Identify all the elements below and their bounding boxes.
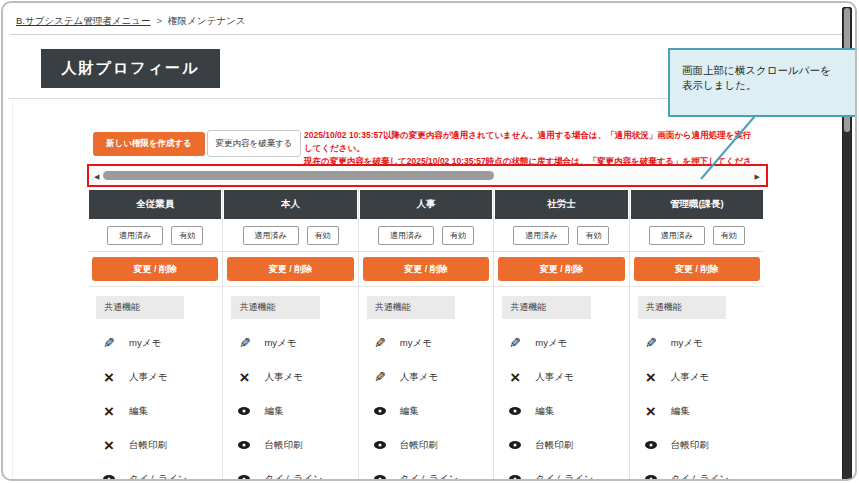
- pencil-icon: [506, 336, 524, 351]
- eye-icon: [371, 404, 389, 419]
- permission-item-label: 台帳印刷: [671, 439, 709, 452]
- permission-items: myメモ 人事メモ 編集 台帳印刷 タイムライン: [88, 319, 222, 481]
- permission-item-label: myメモ: [129, 337, 161, 350]
- create-permission-button[interactable]: 新しい権限を作成する: [93, 132, 205, 156]
- scroll-left-arrow-icon[interactable]: ◀: [94, 172, 99, 179]
- permission-items: myメモ 人事メモ 編集 台帳印刷 タイムライン: [630, 319, 764, 481]
- permission-item-label: 台帳印刷: [535, 439, 573, 452]
- permission-item: 編集: [100, 394, 222, 428]
- section-label: 共通機能: [367, 296, 455, 319]
- breadcrumb-link[interactable]: B.サブシステム管理者メニュー: [16, 15, 150, 26]
- discard-changes-button[interactable]: 変更内容を破棄する: [207, 130, 301, 157]
- permission-item-label: 編集: [671, 405, 690, 418]
- divider: [10, 34, 848, 35]
- eye-icon: [235, 404, 253, 419]
- permission-item-label: 人事メモ: [671, 371, 709, 384]
- callout-line-1: 画面上部に横スクロールバーを: [682, 63, 849, 78]
- status-badges: 適用済み 有効: [630, 219, 764, 252]
- pencil-icon: [100, 336, 118, 351]
- permission-item: 編集: [642, 394, 764, 428]
- permission-column-all-employees: 全従業員 適用済み 有効 変更 / 削除 共通機能 myメモ 人事メモ: [88, 190, 222, 481]
- permission-item-label: タイムライン: [129, 473, 187, 482]
- x-icon: [100, 404, 118, 419]
- permission-items: myメモ 人事メモ 編集 台帳印刷 タイムライン: [494, 319, 628, 481]
- page-title: 人財プロフィール: [41, 49, 220, 88]
- eye-icon: [642, 438, 660, 453]
- pencil-icon: [642, 336, 660, 351]
- permission-item-label: 編集: [535, 405, 554, 418]
- permission-item-label: myメモ: [264, 337, 296, 350]
- permission-item: 台帳印刷: [506, 428, 628, 462]
- eye-icon: [371, 472, 389, 482]
- permission-items: myメモ 人事メモ 編集 台帳印刷 タイムライン: [359, 319, 493, 481]
- permission-item: myメモ: [235, 326, 357, 360]
- permission-item: 編集: [371, 394, 493, 428]
- pencil-icon: [371, 336, 389, 351]
- section-label: 共通機能: [96, 296, 184, 319]
- permission-item: myメモ: [100, 326, 222, 360]
- permission-item-label: 台帳印刷: [400, 439, 438, 452]
- status-badges: 適用済み 有効: [359, 219, 493, 252]
- status-badges: 適用済み 有効: [494, 219, 628, 252]
- edit-delete-button[interactable]: 変更 / 削除: [227, 257, 353, 281]
- permission-item-label: 人事メモ: [400, 371, 438, 384]
- permission-item-label: 人事メモ: [129, 371, 167, 384]
- permission-item-label: タイムライン: [400, 473, 458, 482]
- permission-item: 台帳印刷: [235, 428, 357, 462]
- permission-column-hr: 人事 適用済み 有効 変更 / 削除 共通機能 myメモ 人事メモ: [358, 190, 493, 481]
- applied-badge: 適用済み: [649, 226, 705, 245]
- permission-column-labor-consultant: 社労士 適用済み 有効 変更 / 削除 共通機能 myメモ 人事メモ: [493, 190, 628, 481]
- x-icon: [642, 370, 660, 385]
- x-icon: [100, 370, 118, 385]
- status-badges: 適用済み 有効: [223, 219, 357, 252]
- applied-badge: 適用済み: [243, 226, 299, 245]
- x-icon: [235, 370, 253, 385]
- pencil-icon: [235, 336, 253, 351]
- active-badge: 有効: [713, 226, 745, 245]
- horizontal-scrollbar-highlight: ◀ ▶: [87, 164, 768, 187]
- permission-item: myメモ: [371, 326, 493, 360]
- permission-item: 人事メモ: [235, 360, 357, 394]
- permission-item: 台帳印刷: [100, 428, 222, 462]
- column-header: 本人: [224, 190, 356, 219]
- permission-item-label: タイムライン: [264, 473, 322, 482]
- edit-delete-button[interactable]: 変更 / 削除: [498, 257, 624, 281]
- app-window: B.サブシステム管理者メニュー>権限メンテナンス 人財プロフィール 新しい権限を…: [1, 1, 857, 481]
- permission-item: 編集: [506, 394, 628, 428]
- status-badges: 適用済み 有効: [88, 219, 222, 252]
- x-icon: [100, 438, 118, 453]
- edit-delete-button[interactable]: 変更 / 削除: [363, 257, 489, 281]
- edit-delete-button[interactable]: 変更 / 削除: [92, 257, 218, 281]
- permission-item: myメモ: [506, 326, 628, 360]
- permission-item-label: myメモ: [535, 337, 567, 350]
- permission-items: myメモ 人事メモ 編集 台帳印刷 タイムライン: [223, 319, 357, 481]
- section-label: 共通機能: [502, 296, 590, 319]
- horizontal-scrollbar-thumb[interactable]: [103, 171, 494, 180]
- panel-edge: [12, 99, 13, 479]
- eye-icon: [235, 472, 253, 482]
- permission-item-label: 台帳印刷: [129, 439, 167, 452]
- edit-delete-row: 変更 / 削除: [494, 252, 628, 287]
- section-label: 共通機能: [638, 296, 726, 319]
- applied-badge: 適用済み: [378, 226, 434, 245]
- eye-icon: [642, 472, 660, 482]
- permission-item: タイムライン: [100, 462, 222, 481]
- column-header: 管理職(課長): [631, 190, 763, 219]
- permission-item: myメモ: [642, 326, 764, 360]
- permission-item-label: タイムライン: [671, 473, 729, 482]
- permission-item: 台帳印刷: [371, 428, 493, 462]
- applied-badge: 適用済み: [513, 226, 569, 245]
- horizontal-scrollbar[interactable]: ◀ ▶: [89, 166, 766, 185]
- eye-icon: [506, 438, 524, 453]
- permission-item: 人事メモ: [371, 360, 493, 394]
- permission-table: 全従業員 適用済み 有効 変更 / 削除 共通機能 myメモ 人事メモ: [88, 190, 764, 481]
- eye-icon: [235, 438, 253, 453]
- edit-delete-row: 変更 / 削除: [223, 252, 357, 287]
- eye-icon: [100, 472, 118, 482]
- active-badge: 有効: [577, 226, 609, 245]
- permission-item-label: 人事メモ: [535, 371, 573, 384]
- edit-delete-button[interactable]: 変更 / 削除: [634, 257, 760, 281]
- applied-badge: 適用済み: [107, 226, 163, 245]
- scroll-right-arrow-icon[interactable]: ▶: [755, 172, 760, 179]
- section-label: 共通機能: [231, 296, 319, 319]
